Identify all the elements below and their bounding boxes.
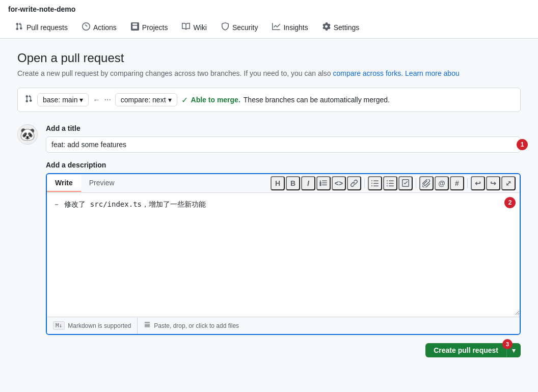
nav-item-settings[interactable]: Settings (315, 17, 367, 38)
nav-item-projects[interactable]: Projects (124, 17, 175, 38)
base-branch-label: base: main (43, 96, 77, 104)
attach-text: Paste, drop, or click to add files (154, 322, 239, 329)
editor-footer: M↓ Markdown is supported Paste, drop, or… (47, 317, 520, 334)
toolbar-sep-3 (467, 178, 468, 188)
file-attach-section[interactable]: Paste, drop, or click to add files (138, 317, 245, 334)
create-pr-label: Create pull request (434, 346, 498, 354)
markdown-support-section: M↓ Markdown is supported (47, 317, 138, 334)
toolbar-attach-btn[interactable] (419, 176, 434, 190)
branch-swap-icon (25, 95, 33, 105)
compare-branch-select[interactable]: compare: next ▾ (115, 93, 177, 106)
page-description: Create a new pull request by comparing c… (17, 69, 521, 77)
insights-icon (272, 22, 280, 32)
title-badge: 1 (517, 139, 528, 150)
nav-label-pull-requests: Pull requests (26, 23, 68, 32)
avatar: 🐼 (17, 124, 38, 145)
compare-branch-label: compare: next (121, 96, 166, 104)
nav-item-insights[interactable]: Insights (265, 17, 315, 38)
actions-icon (82, 22, 90, 32)
toolbar-fullscreen-btn[interactable]: ⤢ (501, 176, 516, 190)
merge-status-text: These branches can be automatically merg… (244, 96, 390, 104)
toolbar-bullet-list-btn[interactable] (383, 176, 397, 190)
toolbar-task-list-btn[interactable] (398, 176, 413, 190)
nav-label-projects: Projects (142, 23, 168, 32)
toolbar-ordered-list-btn[interactable] (316, 176, 331, 190)
textarea-wrapper: － 修改了 src/index.ts，增加了一些新功能 2 (47, 193, 520, 317)
write-tab[interactable]: Write (47, 175, 81, 192)
title-input[interactable] (46, 136, 521, 153)
repo-header: for-write-note-demo Pull requests Action… (0, 0, 538, 39)
toolbar-undo-btn[interactable]: ↩ (471, 176, 485, 190)
toolbar-bold-btn[interactable]: B (286, 176, 300, 190)
nav-item-actions[interactable]: Actions (75, 17, 124, 38)
base-branch-select[interactable]: base: main ▾ (37, 93, 89, 106)
merge-status: ✓ Able to merge. These branches can be a… (181, 95, 390, 105)
markdown-icon: M↓ (53, 321, 65, 330)
toolbar-redo-btn[interactable]: ↪ (486, 176, 500, 190)
bottom-action-bar: Create pull request 3 ▾ (46, 343, 521, 357)
create-pr-main-button[interactable]: Create pull request 3 (425, 343, 507, 357)
create-pr-badge: 3 (502, 339, 513, 349)
description-badge: 2 (504, 197, 516, 208)
compare-branch-chevron: ▾ (168, 96, 172, 104)
editor-toolbar: H B I <> (266, 174, 520, 192)
nav-label-settings: Settings (334, 23, 360, 32)
nav-label-security: Security (232, 23, 258, 32)
toolbar-sep-1 (364, 178, 365, 188)
title-input-wrapper: 1 (46, 136, 521, 153)
repo-title: for-write-note-demo (8, 0, 530, 17)
nav-label-insights: Insights (283, 23, 308, 32)
toolbar-italic-btn[interactable]: I (301, 176, 315, 190)
toolbar-reference-btn[interactable]: # (450, 176, 464, 190)
security-icon (221, 22, 229, 32)
nav-item-wiki[interactable]: Wiki (175, 17, 213, 38)
settings-icon (322, 22, 331, 32)
nav-item-pull-requests[interactable]: Pull requests (8, 17, 75, 38)
projects-icon (131, 22, 139, 32)
main-content: Open a pull request Create a new pull re… (9, 39, 529, 370)
editor-tabs-bar: Write Preview H B I (47, 174, 520, 193)
base-branch-chevron: ▾ (79, 96, 83, 104)
learn-more-link[interactable]: Learn more abou (405, 69, 460, 77)
description-textarea[interactable]: － 修改了 src/index.ts，增加了一些新功能 (47, 193, 520, 315)
merge-able-label: Able to merge. (191, 96, 240, 104)
nav-label-actions: Actions (93, 23, 117, 32)
pr-form-content: Add a title 1 Add a description Write Pr… (46, 124, 521, 357)
preview-tab[interactable]: Preview (81, 175, 123, 192)
dropdown-arrow-icon: ▾ (512, 346, 516, 354)
add-description-label: Add a description (46, 161, 521, 169)
attach-file-icon (144, 321, 151, 330)
add-title-label: Add a title (46, 124, 521, 132)
toolbar-link-btn[interactable] (347, 176, 361, 190)
pr-form: 🐼 Add a title 1 Add a description Write … (17, 124, 521, 357)
toolbar-heading-btn[interactable]: H (271, 176, 285, 190)
create-pr-button-group: Create pull request 3 ▾ (425, 343, 521, 357)
markdown-text: Markdown is supported (68, 322, 131, 329)
description-editor: Write Preview H B I (46, 173, 521, 335)
dots-icon: ··· (104, 95, 111, 104)
branch-compare-bar: base: main ▾ ← ··· compare: next ▾ ✓ Abl… (17, 88, 521, 112)
toolbar-sep-2 (416, 178, 416, 188)
toolbar-unordered-list-btn[interactable] (368, 176, 382, 190)
branch-arrow-icon: ← (93, 96, 100, 104)
nav-item-security[interactable]: Security (214, 17, 265, 38)
toolbar-code-btn[interactable]: <> (332, 176, 346, 190)
compare-forks-link[interactable]: compare across forks. (333, 69, 403, 77)
wiki-icon (182, 22, 190, 32)
pull-requests-icon (15, 22, 23, 32)
merge-check-icon: ✓ (181, 95, 188, 105)
nav-label-wiki: Wiki (193, 23, 206, 32)
repo-nav: Pull requests Actions Projects (8, 17, 530, 38)
toolbar-mention-btn[interactable]: @ (435, 176, 449, 190)
page-title: Open a pull request (17, 51, 521, 65)
